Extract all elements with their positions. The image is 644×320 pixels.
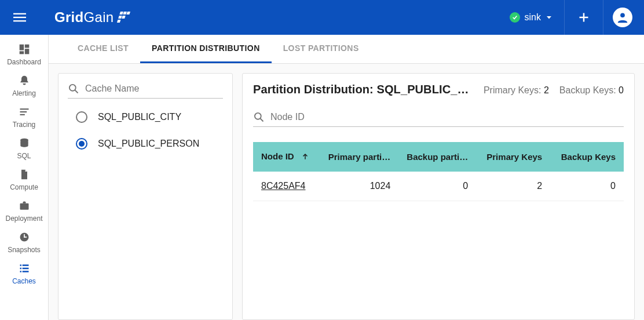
col-backup-partitions[interactable]: Backup parti… <box>398 142 476 172</box>
nav-label: Deployment <box>5 214 42 223</box>
cache-search[interactable] <box>68 83 223 99</box>
backup-keys-stat: Backup Keys: 0 <box>559 85 624 96</box>
chevron-down-icon <box>546 14 552 21</box>
stat-value: 0 <box>619 85 624 95</box>
svg-rect-18 <box>20 111 27 112</box>
nav-label: Caches <box>12 277 36 285</box>
bell-icon <box>18 74 31 87</box>
add-button[interactable] <box>568 0 599 35</box>
svg-rect-14 <box>24 45 29 48</box>
svg-rect-13 <box>19 45 24 50</box>
node-id-link[interactable]: 8C425AF4 <box>261 181 306 191</box>
account-button[interactable] <box>607 0 638 35</box>
svg-rect-6 <box>119 16 123 19</box>
tab-bar: CACHE LIST PARTITION DISTRIBUTION LOST P… <box>49 35 644 64</box>
svg-rect-5 <box>127 12 131 14</box>
database-icon <box>18 137 31 150</box>
cache-item[interactable]: SQL_PUBLIC_PERSON <box>76 138 223 150</box>
distribution-title: Partition Distribution: SQL_PUBLIC_PERS… <box>253 83 473 96</box>
nav-label: Dashboard <box>7 58 41 66</box>
col-primary-partitions[interactable]: Primary parti… <box>320 142 399 172</box>
stat-label: Primary Keys: <box>484 85 541 95</box>
distribution-panel: Partition Distribution: SQL_PUBLIC_PERS…… <box>242 73 635 320</box>
svg-rect-11 <box>580 17 588 19</box>
col-label: Backup parti… <box>407 152 468 162</box>
nav-dashboard[interactable]: Dashboard <box>0 39 49 71</box>
radio-icon <box>76 111 87 123</box>
table-header-row: Node ID Primary parti… Backup parti… Pri… <box>253 142 624 172</box>
svg-rect-28 <box>22 268 28 270</box>
tab-label: LOST PARTITIONS <box>283 43 359 53</box>
nav-label: Alerting <box>12 89 36 97</box>
col-label: Backup Keys <box>561 152 616 162</box>
primary-keys-stat: Primary Keys: 2 <box>484 85 549 96</box>
svg-rect-3 <box>120 12 124 14</box>
nav-tracing[interactable]: Tracing <box>0 102 49 133</box>
col-node-id[interactable]: Node ID <box>253 142 320 172</box>
file-icon <box>18 168 31 181</box>
cache-search-input[interactable] <box>85 83 223 94</box>
list-icon <box>18 262 31 275</box>
node-search-input[interactable] <box>270 112 624 122</box>
distribution-table: Node ID Primary parti… Backup parti… Pri… <box>253 142 624 201</box>
top-bar: GridGain sink <box>0 0 644 35</box>
menu-icon <box>13 11 26 24</box>
nav-label: Snapshots <box>8 246 41 254</box>
nav-caches[interactable]: Caches <box>0 259 49 290</box>
svg-rect-24 <box>24 237 27 238</box>
cache-name: SQL_PUBLIC_PERSON <box>98 139 199 149</box>
svg-rect-17 <box>20 108 28 110</box>
nav-label: Compute <box>10 183 38 191</box>
divider <box>564 0 565 35</box>
tracing-icon <box>18 106 31 118</box>
brand-logo[interactable]: GridGain <box>54 9 131 26</box>
distribution-header: Partition Distribution: SQL_PUBLIC_PERS…… <box>253 83 624 96</box>
svg-rect-25 <box>20 264 21 266</box>
svg-rect-30 <box>22 271 28 272</box>
tab-label: PARTITION DISTRIBUTION <box>152 43 260 53</box>
nav-alerting[interactable]: Alerting <box>0 71 49 102</box>
stat-value: 2 <box>544 85 549 95</box>
search-icon <box>68 83 79 94</box>
cache-name: SQL_PUBLIC_CITY <box>98 112 181 122</box>
menu-button[interactable] <box>8 6 31 29</box>
svg-rect-7 <box>122 16 126 19</box>
cell-backup-partitions: 0 <box>398 172 476 201</box>
brand-text-light: Gain <box>84 9 114 26</box>
svg-point-31 <box>69 85 76 91</box>
cache-list: SQL_PUBLIC_CITY SQL_PUBLIC_PERSON <box>68 99 223 150</box>
col-label: Primary parti… <box>328 152 391 162</box>
status-ok-icon <box>510 12 520 23</box>
nav-label: Tracing <box>13 121 36 129</box>
nav-deployment[interactable]: Deployment <box>0 196 49 227</box>
svg-line-32 <box>75 90 78 93</box>
clock-icon <box>18 231 31 243</box>
tab-lost-partitions[interactable]: LOST PARTITIONS <box>272 35 371 63</box>
cluster-selector[interactable]: sink <box>502 0 561 35</box>
col-label: Primary Keys <box>486 152 542 162</box>
avatar-icon <box>613 8 632 27</box>
col-primary-keys[interactable]: Primary Keys <box>476 142 550 172</box>
tab-cache-list[interactable]: CACHE LIST <box>66 35 140 63</box>
col-backup-keys[interactable]: Backup Keys <box>550 142 624 172</box>
nav-snapshots[interactable]: Snapshots <box>0 227 49 259</box>
cell-backup-keys: 0 <box>550 172 624 201</box>
svg-rect-2 <box>13 20 26 21</box>
cell-node-id[interactable]: 8C425AF4 <box>253 172 320 201</box>
tab-label: CACHE LIST <box>78 43 129 53</box>
svg-rect-21 <box>20 203 28 210</box>
main: CACHE LIST PARTITION DISTRIBUTION LOST P… <box>49 35 644 320</box>
svg-point-33 <box>255 113 261 119</box>
svg-rect-26 <box>22 264 28 266</box>
node-search[interactable] <box>253 111 624 127</box>
divider <box>603 0 603 35</box>
tab-partition-distribution[interactable]: PARTITION DISTRIBUTION <box>140 35 272 63</box>
nav-sql[interactable]: SQL <box>0 133 49 165</box>
svg-rect-15 <box>24 49 29 54</box>
nav-compute[interactable]: Compute <box>0 165 49 196</box>
cache-item[interactable]: SQL_PUBLIC_CITY <box>76 111 223 123</box>
svg-marker-9 <box>547 16 551 19</box>
cluster-name: sink <box>525 12 541 23</box>
svg-rect-19 <box>20 114 24 115</box>
svg-rect-29 <box>20 271 21 272</box>
